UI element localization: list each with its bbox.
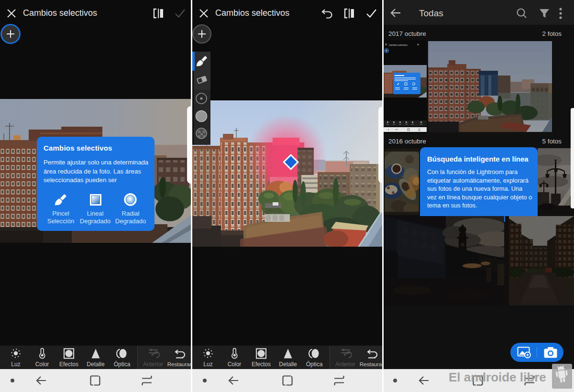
svg-text:Restaurar: Restaurar [360,361,383,367]
svg-text:Luz: Luz [11,361,20,368]
svg-text:Anterior: Anterior [143,361,163,368]
svg-text:Color: Color [228,361,242,368]
svg-text:Óptica: Óptica [114,360,131,368]
svg-text:Detalle: Detalle [279,361,297,368]
svg-text:Color: Color [35,361,49,368]
svg-text:Luz: Luz [203,361,212,368]
svg-text:Efectos: Efectos [252,361,271,368]
svg-text:Restaurar: Restaurar [167,361,191,367]
svg-text:Anterior: Anterior [335,361,355,368]
svg-text:Efectos: Efectos [59,361,78,368]
svg-text:Óptica: Óptica [306,360,323,368]
svg-text:Detalle: Detalle [87,361,105,368]
svg-text:Cambios selectivos: Cambios selectivos [389,44,408,46]
